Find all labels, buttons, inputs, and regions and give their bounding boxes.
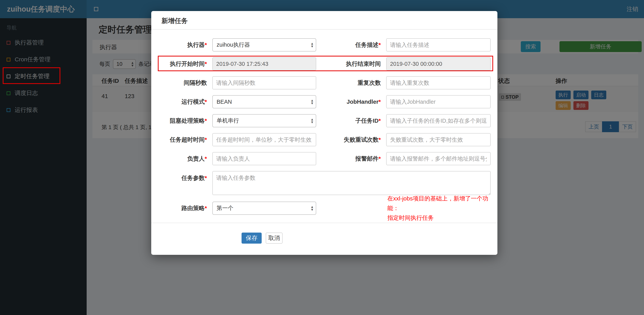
block-strategy-select[interactable]: 单机串行 ▴▾ xyxy=(212,114,316,127)
timeout-input[interactable] xyxy=(212,133,316,146)
cancel-button[interactable]: 取消 xyxy=(266,233,282,244)
feature-note: 在xxl-jobs项目的基础上，新增了一个功能： 指定时间执行任务 xyxy=(387,194,498,223)
form-row-route-strategy: 路由策略* 第一个 ▴▾ 在xxl-jobs项目的基础上，新增了一个功能： 指定… xyxy=(151,199,498,218)
child-task-field-label: 子任务ID* xyxy=(316,117,381,125)
form-row-block-childid: 阻塞处理策略* 单机串行 ▴▾ 子任务ID* xyxy=(151,111,498,130)
owner-input[interactable] xyxy=(212,152,316,165)
form-row-mode-handler: 运行模式* BEAN ▴▾ JobHandler* xyxy=(151,92,498,111)
form-row-executor-desc: 执行器* zuihou执行器 ▴▾ 任务描述* xyxy=(151,36,498,54)
interval-field-label: 间隔秒数 xyxy=(151,79,207,87)
task-desc-field-label: 任务描述* xyxy=(316,41,381,49)
select-arrows-icon: ▴▾ xyxy=(311,99,313,105)
task-desc-input[interactable] xyxy=(386,38,491,52)
child-task-id-input[interactable] xyxy=(386,114,491,127)
task-params-textarea[interactable] xyxy=(212,171,491,195)
timeout-field-label: 任务超时时间* xyxy=(151,136,207,144)
jobhandler-field-label: JobHandler* xyxy=(316,99,381,105)
run-mode-select-value: BEAN xyxy=(216,99,232,105)
end-time-field-label: 执行结束时间 xyxy=(316,60,381,68)
executor-select[interactable]: zuihou执行器 ▴▾ xyxy=(212,38,316,52)
feature-note-line2: 指定时间执行任务 xyxy=(387,213,498,223)
modal-title: 新增任务 xyxy=(162,17,487,25)
repeat-field-label: 重复次数 xyxy=(316,79,381,87)
route-strategy-field-label: 路由策略* xyxy=(151,204,207,212)
save-button[interactable]: 保存 xyxy=(242,233,262,244)
start-time-field-label: 执行开始时间* xyxy=(151,60,207,68)
executor-field-label: 执行器* xyxy=(151,41,207,49)
retry-count-input[interactable] xyxy=(386,133,491,146)
route-strategy-select[interactable]: 第一个 ▴▾ xyxy=(212,202,316,215)
modal-body: 执行器* zuihou执行器 ▴▾ 任务描述* 执行开始时间* 执行结束时间 间… xyxy=(151,30,498,244)
start-time-input[interactable] xyxy=(212,57,316,70)
run-mode-select[interactable]: BEAN ▴▾ xyxy=(212,95,316,108)
interval-seconds-input[interactable] xyxy=(212,76,316,89)
form-row-interval-repeat: 间隔秒数 重复次数 xyxy=(151,73,498,92)
form-row-exec-time: 执行开始时间* 执行结束时间 xyxy=(151,54,498,73)
select-arrows-icon: ▴▾ xyxy=(311,118,313,124)
form-row-owner-email: 负责人* 报警邮件* xyxy=(151,149,498,168)
executor-select-value: zuihou执行器 xyxy=(216,41,250,49)
alarm-email-input[interactable] xyxy=(386,152,491,165)
route-strategy-select-value: 第一个 xyxy=(216,204,234,212)
repeat-count-input[interactable] xyxy=(386,76,491,89)
modal-footer: 保存 取消 xyxy=(151,223,498,244)
run-mode-field-label: 运行模式* xyxy=(151,98,207,106)
modal-header: 新增任务 xyxy=(151,11,498,30)
end-time-input[interactable] xyxy=(386,57,491,70)
add-task-modal: 新增任务 执行器* zuihou执行器 ▴▾ 任务描述* 执行开始时间* 执行结… xyxy=(151,11,498,255)
form-row-timeout-retry: 任务超时时间* 失败重试次数* xyxy=(151,130,498,149)
select-arrows-icon: ▴▾ xyxy=(311,205,313,211)
owner-field-label: 负责人* xyxy=(151,155,207,163)
jobhandler-input[interactable] xyxy=(386,95,491,108)
task-params-field-label: 任务参数* xyxy=(151,171,207,182)
alarm-email-field-label: 报警邮件* xyxy=(316,155,381,163)
block-strategy-select-value: 单机串行 xyxy=(216,117,239,125)
block-strategy-field-label: 阻塞处理策略* xyxy=(151,117,207,125)
feature-note-line1: 在xxl-jobs项目的基础上，新增了一个功能： xyxy=(387,194,498,213)
retry-field-label: 失败重试次数* xyxy=(316,136,381,144)
select-arrows-icon: ▴▾ xyxy=(311,42,313,48)
